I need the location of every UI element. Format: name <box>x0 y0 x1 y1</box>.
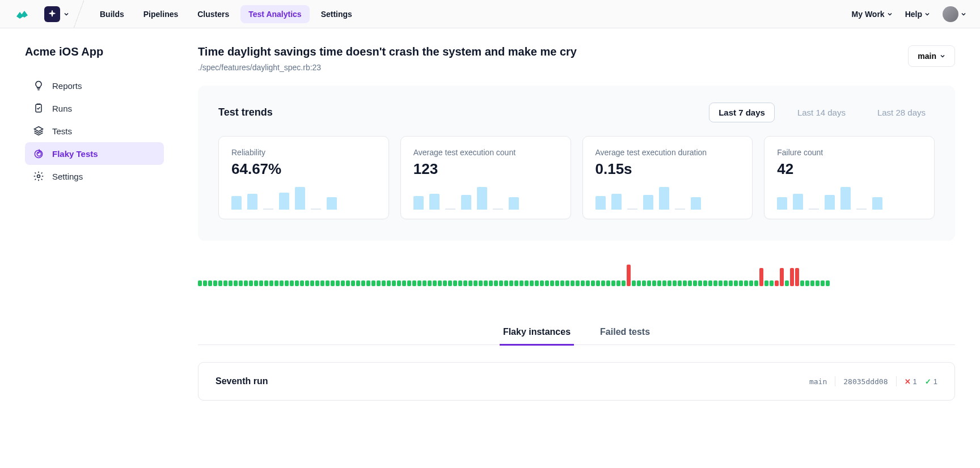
run-tick[interactable] <box>463 280 467 286</box>
run-tick[interactable] <box>356 280 360 286</box>
run-tick[interactable] <box>647 280 651 286</box>
run-tick[interactable] <box>581 280 585 286</box>
run-tick[interactable] <box>382 280 386 286</box>
subtab-failed-tests[interactable]: Failed tests <box>597 320 653 346</box>
run-tick[interactable] <box>749 280 753 286</box>
run-tick[interactable] <box>407 280 411 286</box>
run-tick[interactable] <box>484 280 488 286</box>
run-tick[interactable] <box>315 280 319 286</box>
run-tick[interactable] <box>274 280 278 286</box>
run-tick[interactable] <box>361 280 365 286</box>
run-tick[interactable] <box>474 280 478 286</box>
run-tick[interactable] <box>622 280 626 286</box>
run-tick[interactable] <box>576 280 580 286</box>
run-tick[interactable] <box>616 280 620 286</box>
run-tick[interactable] <box>244 280 248 286</box>
run-tick[interactable] <box>550 280 554 286</box>
run-tick[interactable] <box>759 268 763 286</box>
run-tick[interactable] <box>678 280 682 286</box>
user-menu[interactable] <box>943 6 966 22</box>
run-tick[interactable] <box>606 280 610 286</box>
run-tick[interactable] <box>504 280 508 286</box>
run-tick[interactable] <box>402 280 406 286</box>
run-tick[interactable] <box>336 280 340 286</box>
run-tick[interactable] <box>770 280 774 286</box>
run-tick[interactable] <box>377 280 381 286</box>
run-tick[interactable] <box>392 280 396 286</box>
run-tick[interactable] <box>259 280 263 286</box>
run-tick[interactable] <box>519 280 523 286</box>
run-tick[interactable] <box>729 280 733 286</box>
run-tick[interactable] <box>611 280 615 286</box>
branch-selector[interactable]: main <box>908 45 955 67</box>
run-tick[interactable] <box>637 280 641 286</box>
subtab-flaky-instances[interactable]: Flaky instances <box>500 320 574 346</box>
run-tick[interactable] <box>571 280 575 286</box>
run-tick[interactable] <box>320 280 324 286</box>
run-tick[interactable] <box>540 280 544 286</box>
run-tick[interactable] <box>428 280 432 286</box>
run-tick[interactable] <box>662 280 666 286</box>
run-tick[interactable] <box>719 280 723 286</box>
run-tick[interactable] <box>417 280 421 286</box>
run-tick[interactable] <box>642 280 646 286</box>
run-tick[interactable] <box>565 280 569 286</box>
run-tick[interactable] <box>810 280 814 286</box>
run-tick[interactable] <box>458 280 462 286</box>
run-tick[interactable] <box>280 280 284 286</box>
run-tick[interactable] <box>223 280 227 286</box>
run-tick[interactable] <box>780 268 784 286</box>
run-tick[interactable] <box>198 280 202 286</box>
run-tick[interactable] <box>305 280 309 286</box>
run-tick[interactable] <box>448 280 452 286</box>
run-tick[interactable] <box>351 280 355 286</box>
run-tick[interactable] <box>290 280 294 286</box>
run-tick[interactable] <box>213 280 217 286</box>
run-tick[interactable] <box>652 280 656 286</box>
run-tick[interactable] <box>208 280 212 286</box>
run-tick[interactable] <box>530 280 534 286</box>
range-last-7-days[interactable]: Last 7 days <box>709 103 775 122</box>
run-tick[interactable] <box>264 280 268 286</box>
run-tick[interactable] <box>499 280 503 286</box>
run-tick[interactable] <box>249 280 253 286</box>
run-tick[interactable] <box>218 280 222 286</box>
run-tick[interactable] <box>203 280 207 286</box>
run-tick[interactable] <box>790 268 794 286</box>
org-switcher[interactable] <box>44 0 74 28</box>
run-tick[interactable] <box>826 280 830 286</box>
run-tick[interactable] <box>627 265 631 286</box>
run-tick[interactable] <box>239 280 243 286</box>
run-tick[interactable] <box>821 280 825 286</box>
run-tick[interactable] <box>494 280 498 286</box>
run-tick[interactable] <box>713 280 717 286</box>
run-tick[interactable] <box>438 280 442 286</box>
run-tick[interactable] <box>525 280 529 286</box>
sidebar-item-reports[interactable]: Reports <box>25 74 164 97</box>
run-tick[interactable] <box>300 280 304 286</box>
run-tick[interactable] <box>657 280 661 286</box>
help-menu[interactable]: Help <box>905 10 930 19</box>
run-tick[interactable] <box>489 280 493 286</box>
run-tick[interactable] <box>688 280 692 286</box>
sidebar-item-runs[interactable]: Runs <box>25 97 164 120</box>
sidebar-item-flaky-tests[interactable]: Flaky Tests <box>25 142 164 165</box>
run-tick[interactable] <box>601 280 605 286</box>
run-tick[interactable] <box>703 280 707 286</box>
run-tick[interactable] <box>310 280 314 286</box>
run-tick[interactable] <box>693 280 697 286</box>
run-tick[interactable] <box>331 280 335 286</box>
run-tick[interactable] <box>295 280 299 286</box>
run-tick[interactable] <box>234 280 238 286</box>
tab-builds[interactable]: Builds <box>92 5 132 23</box>
run-tick[interactable] <box>795 268 799 286</box>
run-tick[interactable] <box>285 280 289 286</box>
run-tick[interactable] <box>683 280 687 286</box>
range-last-28-days[interactable]: Last 28 days <box>868 103 935 122</box>
run-tick[interactable] <box>433 280 437 286</box>
run-tick[interactable] <box>229 280 233 286</box>
run-tick[interactable] <box>387 280 391 286</box>
run-tick[interactable] <box>453 280 457 286</box>
run-tick[interactable] <box>673 280 677 286</box>
run-tick[interactable] <box>545 280 549 286</box>
